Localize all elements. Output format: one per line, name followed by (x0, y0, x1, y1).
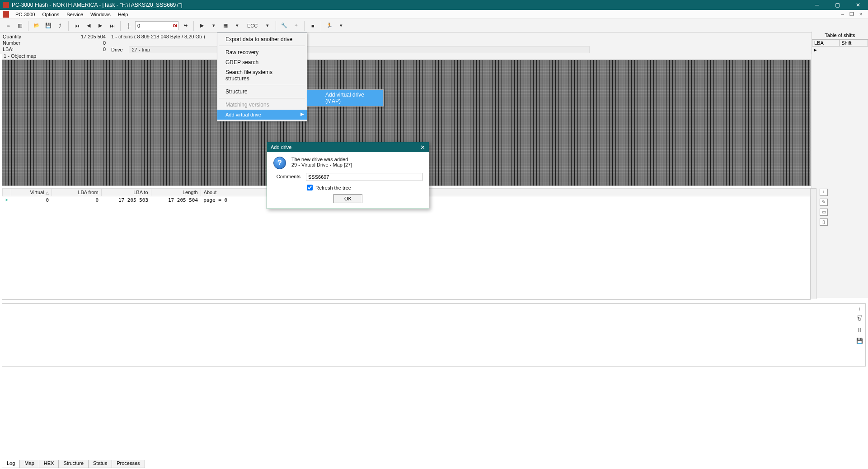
range-edit-icon[interactable]: ✎ (820, 199, 828, 206)
menu-matching-versions: Matching versions (217, 100, 307, 110)
label-number: Number (3, 40, 20, 46)
ecc-label[interactable]: ECC (244, 23, 261, 28)
refresh-label: Refresh the tree (315, 185, 351, 190)
value-number: 0 (103, 40, 106, 46)
submenu-add-virtual-drive: Add virtual drive (MAP) (307, 89, 384, 107)
mdi-restore[interactable]: ❐ (848, 11, 855, 17)
label-quantity: Quantity (3, 33, 21, 40)
tool-goto-icon[interactable]: ↪ (180, 20, 191, 31)
add-drive-dialog: Add drive ✕ ? The new drive was added 29… (267, 142, 429, 209)
nav-next-icon[interactable]: ▶ (95, 20, 106, 31)
menu-structure[interactable]: Structure (217, 87, 307, 97)
menu-pc3000[interactable]: PC-3000 (12, 11, 38, 18)
log-refresh-icon[interactable]: ↻ (855, 316, 864, 323)
shifts-table: LBA Shift ▸ (812, 39, 868, 53)
nav-prev-icon[interactable]: ◀ (83, 20, 94, 31)
di-indicator: DI (173, 23, 177, 28)
log-pane (2, 303, 866, 367)
shifts-title: Table of shifts (812, 32, 868, 39)
menu-help[interactable]: Help (114, 11, 132, 18)
cell-length: 17 205 504 (151, 196, 201, 204)
app-icon (3, 2, 9, 8)
range-blank-icon[interactable]: ▯ (820, 218, 828, 226)
tool-open-icon[interactable]: 📂 (31, 20, 42, 31)
ok-button[interactable]: OK (333, 194, 362, 203)
play-button[interactable]: ▶ (197, 20, 207, 31)
window-title: PC-3000 Flash - NORTH AMERICA - [Task - … (12, 2, 807, 8)
tab-hex[interactable]: HEX (39, 460, 59, 468)
cell-virtual: 0 (11, 196, 52, 204)
nav-first-icon[interactable]: ⏮ (71, 20, 82, 31)
tool-wrench-icon[interactable]: 🔧 (279, 20, 290, 31)
cell-lba-from: 0 (52, 196, 101, 204)
menu-search-fs[interactable]: Search file systems structures (217, 67, 307, 84)
close-button[interactable]: ✕ (848, 0, 868, 10)
mdi-close[interactable]: × (857, 11, 864, 17)
doc-icon (3, 11, 9, 18)
tool-connector-icon[interactable]: ⎓ (3, 20, 14, 31)
toolbar: ⎓ ▥ 📂 💾 ⤴ ⏮ ◀ ▶ ⏭ ┼ DI ↪ ▶ ▾ ▦ ▾ ECC ▾ 🔧… (0, 19, 868, 33)
ecc-dropdown[interactable]: ▾ (262, 20, 273, 31)
nav-last-icon[interactable]: ⏭ (107, 20, 117, 31)
menu-add-virtual-drive[interactable]: Add virtual drive ▶ (217, 110, 307, 120)
tool-export-icon[interactable]: ⤴ (55, 20, 66, 31)
ranges-scrollbar[interactable] (810, 188, 816, 299)
menu-windows[interactable]: Windows (87, 11, 114, 18)
col-length[interactable]: Length (151, 189, 201, 196)
menu-export-data[interactable]: Export data to another drive (217, 34, 307, 44)
log-pause-icon[interactable]: ⏸ (855, 327, 864, 334)
tool-save-icon[interactable]: 💾 (43, 20, 54, 31)
log-add-icon[interactable]: ＋▭ (855, 305, 864, 312)
tool-run-icon[interactable]: 🏃 (324, 20, 335, 31)
shifts-col-lba[interactable]: LBA (812, 40, 840, 46)
menu-grep-search[interactable]: GREP search (217, 57, 307, 67)
tool-gridview-dropdown[interactable]: ▾ (232, 20, 243, 31)
label-lba: LBA: (3, 46, 14, 52)
range-open-icon[interactable]: ▭ (820, 209, 828, 216)
mdi-minimize[interactable]: – (839, 11, 846, 17)
drive-field[interactable]: 27 - tmp (129, 46, 590, 53)
menu-raw-recovery[interactable]: Raw recovery (217, 47, 307, 57)
comments-input[interactable] (306, 173, 422, 181)
minimize-button[interactable]: ─ (807, 0, 827, 10)
tool-gridview-icon[interactable]: ▦ (220, 20, 231, 31)
log-toolbar: ＋▭ ↻ ⏸ 💾 (854, 305, 865, 345)
range-add-icon[interactable]: + (820, 189, 828, 196)
play-dropdown[interactable]: ▾ (208, 20, 219, 31)
shifts-row-marker: ▸ (812, 46, 840, 54)
stop-button[interactable]: ■ (307, 20, 318, 31)
shifts-col-shift[interactable]: Shift (840, 40, 868, 46)
comments-label: Comments (273, 173, 300, 179)
tool-grid-icon[interactable]: ┼ (123, 20, 134, 31)
menu-bar: PC-3000 Options Service Windows Help – ❐… (0, 10, 868, 19)
position-input[interactable] (135, 21, 178, 30)
submenu-add-virtual-drive-map[interactable]: Add virtual drive (MAP) (307, 90, 383, 106)
menu-service[interactable]: Service (63, 11, 87, 18)
log-save-icon[interactable]: 💾 (855, 338, 864, 345)
tab-status[interactable]: Status (88, 460, 112, 468)
tab-processes[interactable]: Processes (112, 460, 145, 468)
dialog-title: Add drive (271, 144, 291, 150)
tab-map[interactable]: Map (19, 460, 39, 468)
refresh-checkbox[interactable] (307, 185, 313, 190)
dialog-close-icon[interactable]: ✕ (420, 144, 425, 151)
col-lba-from[interactable]: LBA from (52, 189, 101, 196)
dialog-titlebar[interactable]: Add drive ✕ (267, 142, 429, 152)
tab-log[interactable]: Log (2, 460, 20, 468)
value-quantity: 17 205 504 (81, 33, 106, 40)
tool-settings-icon[interactable]: ✦ (291, 20, 301, 31)
tab-structure[interactable]: Structure (58, 460, 89, 468)
tool-chip-icon[interactable]: ▥ (14, 20, 25, 31)
dialog-line2: 29 - Virtual Drive - Map [27] (291, 162, 352, 167)
col-virtual[interactable]: Virtual △ (11, 189, 52, 196)
window-controls: ─ ▢ ✕ (807, 0, 868, 10)
maximize-button[interactable]: ▢ (827, 0, 848, 10)
dialog-line1: The new drive was added (291, 157, 352, 162)
col-icon (3, 189, 11, 196)
row-icon: ➤ (3, 196, 11, 204)
col-lba-to[interactable]: LBA to (101, 189, 151, 196)
cell-lba-to: 17 205 503 (101, 196, 151, 204)
menu-options[interactable]: Options (38, 11, 63, 18)
tool-run-dropdown[interactable]: ▾ (336, 20, 347, 31)
submenu-arrow-icon: ▶ (300, 111, 304, 116)
